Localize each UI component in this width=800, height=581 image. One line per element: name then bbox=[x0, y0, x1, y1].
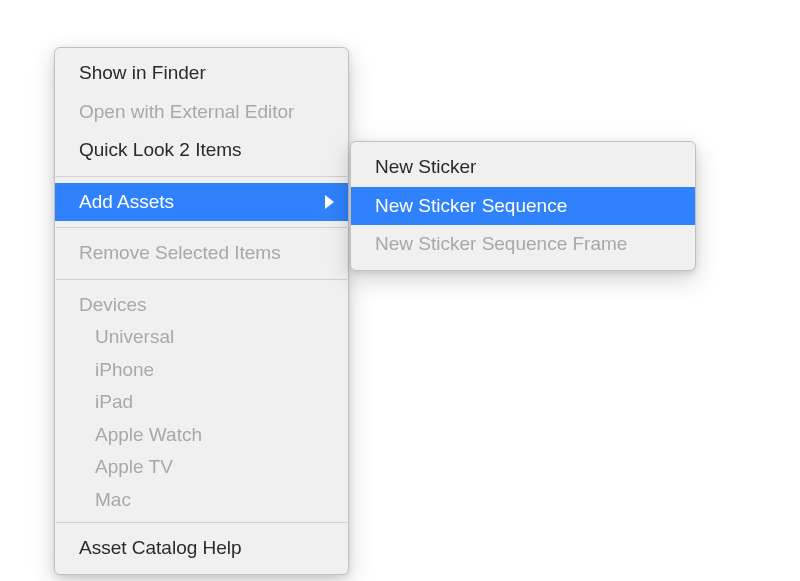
menu-separator bbox=[56, 522, 347, 523]
menu-separator bbox=[56, 279, 347, 280]
devices-section-header: Devices bbox=[55, 286, 348, 322]
device-item-apple-watch[interactable]: Apple Watch bbox=[55, 419, 348, 452]
menu-item-quick-look[interactable]: Quick Look 2 Items bbox=[55, 131, 348, 170]
menu-item-show-in-finder[interactable]: Show in Finder bbox=[55, 54, 348, 93]
submenu-item-new-sticker-sequence[interactable]: New Sticker Sequence bbox=[351, 187, 695, 226]
menu-separator bbox=[56, 176, 347, 177]
menu-item-add-assets[interactable]: Add Assets bbox=[55, 183, 348, 222]
submenu-item-new-sticker-sequence-frame: New Sticker Sequence Frame bbox=[351, 225, 695, 264]
device-item-iphone[interactable]: iPhone bbox=[55, 354, 348, 387]
device-item-apple-tv[interactable]: Apple TV bbox=[55, 451, 348, 484]
menu-separator bbox=[56, 227, 347, 228]
context-menu: Show in Finder Open with External Editor… bbox=[54, 47, 349, 575]
device-item-universal[interactable]: Universal bbox=[55, 321, 348, 354]
menu-item-asset-catalog-help[interactable]: Asset Catalog Help bbox=[55, 529, 348, 568]
add-assets-submenu: New Sticker New Sticker Sequence New Sti… bbox=[350, 141, 696, 271]
device-item-ipad[interactable]: iPad bbox=[55, 386, 348, 419]
device-item-mac[interactable]: Mac bbox=[55, 484, 348, 517]
submenu-item-new-sticker[interactable]: New Sticker bbox=[351, 148, 695, 187]
menu-item-open-external-editor: Open with External Editor bbox=[55, 93, 348, 132]
menu-item-remove-selected: Remove Selected Items bbox=[55, 234, 348, 273]
